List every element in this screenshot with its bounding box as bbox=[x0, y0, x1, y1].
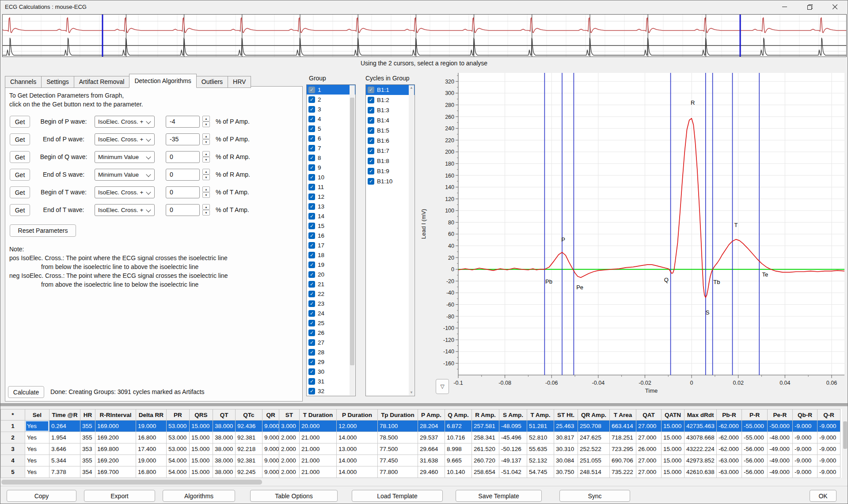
cycle-item-b1-3[interactable]: ✓B1:3 bbox=[366, 105, 414, 115]
column-header-q-amp[interactable]: Q Amp. bbox=[445, 409, 472, 421]
cell-q-r[interactable]: -9.000 bbox=[818, 421, 840, 432]
cell-r-rinterval[interactable]: 169.800 bbox=[95, 443, 136, 455]
cell-tp-duration[interactable]: 77.500 bbox=[378, 443, 418, 455]
column-header-qtc[interactable]: QTc bbox=[236, 409, 262, 421]
cell-pb-r[interactable]: -63.000 bbox=[717, 466, 742, 478]
column-header-q-r[interactable]: Q-R bbox=[818, 409, 840, 421]
checkbox-icon[interactable]: ✓ bbox=[308, 135, 315, 142]
get-button-end-of-s-wave[interactable]: Get bbox=[10, 169, 30, 181]
cell-qat[interactable]: 27.000 bbox=[636, 432, 662, 443]
checkbox-icon[interactable]: ✓ bbox=[308, 87, 315, 93]
cell-st-ht[interactable]: 30.817 bbox=[554, 432, 578, 443]
get-button-begin-of-t-wave[interactable]: Get bbox=[10, 186, 30, 198]
cell-t-duration[interactable]: 21.000 bbox=[300, 443, 337, 455]
column-header-hr[interactable]: HR bbox=[80, 409, 95, 421]
cell-qtc[interactable]: 92.381 bbox=[236, 455, 262, 466]
cell-qatn[interactable]: 15.000 bbox=[662, 455, 684, 466]
cell-pb-r[interactable]: -63.000 bbox=[717, 455, 742, 466]
cell-t-amp[interactable]: 51.281 bbox=[527, 421, 554, 432]
cell-p-duration[interactable]: 14.000 bbox=[337, 466, 378, 478]
expand-chart-button[interactable]: ▽ bbox=[436, 379, 449, 394]
cell-r-amp[interactable]: 258.654 bbox=[472, 466, 499, 478]
cell-delta-rr[interactable]: 16.800 bbox=[136, 466, 167, 478]
checkbox-icon[interactable]: ✓ bbox=[308, 281, 315, 288]
cycle-item-b1-9[interactable]: ✓B1:9 bbox=[366, 166, 414, 176]
checkbox-icon[interactable]: ✓ bbox=[308, 174, 315, 181]
tab-hrv[interactable]: HRV bbox=[228, 76, 251, 88]
cell-pe-r[interactable]: -49.000 bbox=[768, 466, 793, 478]
cell-time-r[interactable]: 5.344 bbox=[49, 455, 80, 466]
cycles-list-scrollbar[interactable]: ▲ ▼ bbox=[409, 85, 414, 395]
cell-qat[interactable]: 26.000 bbox=[636, 443, 662, 455]
table-row[interactable]: 2Yes1.954355169.20016.80053.00015.00038.… bbox=[1, 432, 840, 443]
column-header-t-duration[interactable]: T Duration bbox=[300, 409, 337, 421]
checkbox-icon[interactable]: ✓ bbox=[308, 125, 315, 132]
group-item-25[interactable]: ✓25 bbox=[307, 318, 355, 328]
checkbox-icon[interactable]: ✓ bbox=[368, 178, 374, 185]
cell-pe-r[interactable]: -50.000 bbox=[768, 421, 793, 432]
cell-st[interactable]: 3.000 bbox=[279, 421, 300, 432]
column-header-time-r[interactable]: Time @R bbox=[49, 409, 80, 421]
reset-parameters-button[interactable]: Reset Parameters bbox=[10, 224, 76, 237]
splitter-bar[interactable] bbox=[0, 403, 848, 406]
cell-sel[interactable]: Yes bbox=[25, 466, 49, 478]
cell-delta-rr[interactable]: 16.800 bbox=[136, 432, 167, 443]
cell-qatn[interactable]: 15.000 bbox=[662, 443, 684, 455]
cycle-item-b1-6[interactable]: ✓B1:6 bbox=[366, 136, 414, 146]
cell-r-amp[interactable]: 260.720 bbox=[472, 455, 499, 466]
get-button-begin-of-p-wave[interactable]: Get bbox=[10, 116, 30, 128]
cell-max-drdt[interactable]: 42735.463 bbox=[684, 421, 717, 432]
cell-p-amp[interactable]: 28.204 bbox=[418, 421, 445, 432]
cell-time-r[interactable]: 3.646 bbox=[49, 443, 80, 455]
cell-qrs[interactable]: 15.000 bbox=[190, 455, 213, 466]
cell-qb-r[interactable]: -9.000 bbox=[793, 443, 818, 455]
group-item-29[interactable]: ✓29 bbox=[307, 357, 355, 367]
cell-qb-r[interactable]: -9.000 bbox=[793, 432, 818, 443]
checkbox-icon[interactable]: ✓ bbox=[308, 145, 315, 152]
cell-p-amp[interactable]: 29.537 bbox=[418, 432, 445, 443]
checkbox-icon[interactable]: ✓ bbox=[308, 368, 315, 375]
cycle-item-b1-8[interactable]: ✓B1:8 bbox=[366, 156, 414, 166]
checkbox-icon[interactable]: ✓ bbox=[308, 96, 315, 103]
cell-q-amp[interactable]: 9.665 bbox=[445, 455, 472, 466]
checkbox-icon[interactable]: ✓ bbox=[308, 339, 315, 346]
export-button[interactable]: Export bbox=[84, 490, 155, 502]
checkbox-icon[interactable]: ✓ bbox=[368, 127, 374, 134]
checkbox-icon[interactable]: ✓ bbox=[308, 232, 315, 239]
begin-of-p-wave-method-select[interactable]: IsoElec. Cross. + bbox=[95, 116, 155, 128]
scroll-up-icon[interactable]: ▲ bbox=[409, 85, 414, 91]
cycle-item-b1-1[interactable]: ✓B1:1 bbox=[366, 85, 414, 95]
table-row[interactable]: 4Yes5.344355169.20019.00054.00015.00038.… bbox=[1, 455, 840, 466]
ok-button[interactable]: OK bbox=[810, 490, 837, 502]
group-item-19[interactable]: ✓19 bbox=[307, 260, 355, 269]
cell-p-duration[interactable]: 13.000 bbox=[337, 443, 378, 455]
cell-t-area[interactable]: 735.222 bbox=[610, 466, 636, 478]
group-item-6[interactable]: ✓6 bbox=[307, 133, 355, 143]
group-item-32[interactable]: ✓32 bbox=[307, 386, 355, 396]
column-header-pr[interactable]: PR bbox=[167, 409, 190, 421]
load-template-button[interactable]: Load Template bbox=[352, 490, 443, 502]
cell-tp-duration[interactable]: 78.500 bbox=[378, 432, 418, 443]
cell-tp-duration[interactable]: 77.450 bbox=[378, 455, 418, 466]
sync-button[interactable]: Sync bbox=[559, 490, 630, 502]
column-header-p-amp[interactable]: P Amp. bbox=[418, 409, 445, 421]
cell-qr-amp[interactable]: 251.055 bbox=[578, 455, 610, 466]
checkbox-icon[interactable]: ✓ bbox=[308, 252, 315, 258]
group-item-15[interactable]: ✓15 bbox=[307, 221, 355, 231]
row-number[interactable]: 3 bbox=[1, 443, 25, 455]
cell-hr[interactable]: 353 bbox=[80, 443, 95, 455]
cell-qr[interactable]: 9.000 bbox=[262, 432, 279, 443]
cell-qr[interactable]: 9.000 bbox=[262, 421, 279, 432]
group-item-22[interactable]: ✓22 bbox=[307, 289, 355, 299]
checkbox-icon[interactable]: ✓ bbox=[308, 330, 315, 336]
end-of-t-wave-method-select[interactable]: IsoElec. Cross. + bbox=[95, 204, 155, 216]
cell-pb-r[interactable]: -62.000 bbox=[717, 443, 742, 455]
group-item-2[interactable]: ✓2 bbox=[307, 95, 355, 104]
cell-p-r[interactable]: -56.000 bbox=[742, 455, 768, 466]
cell-qrs[interactable]: 15.000 bbox=[190, 443, 213, 455]
cell-t-duration[interactable]: 21.000 bbox=[300, 466, 337, 478]
spinner-up-icon[interactable]: ▲ bbox=[202, 169, 210, 174]
cell-s-amp[interactable]: -48.095 bbox=[499, 421, 527, 432]
column-header-qatn[interactable]: QATN bbox=[662, 409, 684, 421]
cell-t-area[interactable]: 663.414 bbox=[610, 421, 636, 432]
